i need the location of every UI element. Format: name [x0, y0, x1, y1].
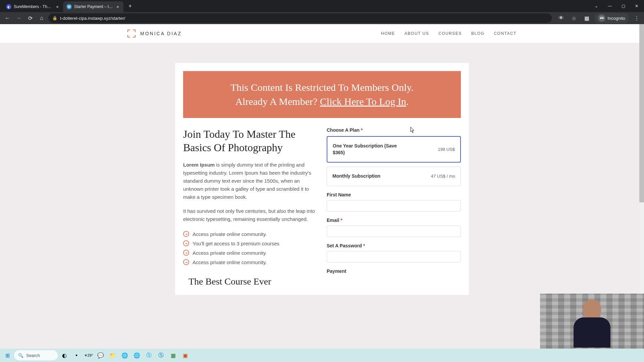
logo-mark-icon: [127, 29, 136, 38]
arrow-circle-icon: ➜: [183, 240, 189, 246]
taskbar-app-icon[interactable]: Ⓢ: [156, 350, 166, 361]
feature-list: ➜Access private online community. ➜You'l…: [183, 229, 317, 267]
first-name-field[interactable]: [327, 200, 461, 212]
nav-home[interactable]: HOME: [381, 31, 395, 36]
intro-paragraph-2: It has survived not only five centuries,…: [183, 207, 317, 223]
incognito-label: Incognito: [607, 16, 625, 21]
nav-blog[interactable]: BLOG: [471, 31, 484, 36]
weather-widget[interactable]: ☀29°: [83, 350, 94, 361]
url-text: t-dotterel-cipa.instawp.xyz/starter/: [60, 16, 548, 21]
plan-label: Choose A Plan *: [327, 127, 461, 133]
scroll-thumb[interactable]: [639, 24, 644, 202]
eye-off-icon[interactable]: 👁: [556, 13, 566, 23]
chevron-down-icon[interactable]: ⌄: [590, 1, 602, 11]
list-item: ➜Access private online community.: [183, 248, 317, 257]
windows-taskbar: ⊞ 🔍 Search ◐ ▪ ☀29° 💬 📁 🌐 🌐 Ⓢ Ⓢ ▦ ▣: [0, 349, 644, 362]
edge-icon[interactable]: 🌐: [131, 350, 142, 361]
plan-option-yearly[interactable]: One Year Subscription (Save $365) 199 US…: [327, 136, 461, 163]
brand-name: MONICA DIAZ: [140, 31, 182, 36]
site-logo[interactable]: MONICA DIAZ: [127, 29, 182, 38]
restricted-banner: This Content Is Restricted To Members On…: [183, 71, 461, 118]
tab-starter-payment[interactable]: W Starter Payment – t-dotterel-cipa ×: [63, 1, 123, 12]
site-header: MONICA DIAZ HOME ABOUT US COURSES BLOG C…: [0, 24, 644, 43]
page-heading: Join Today To Master The Basics Of Photo…: [183, 127, 317, 154]
search-icon: 🔍: [18, 353, 23, 358]
toolbar-right: 👁 ☆ ▦ 🕶 Incognito ⋮: [554, 13, 641, 23]
main-nav: HOME ABOUT US COURSES BLOG CONTACT: [381, 31, 517, 36]
reload-button[interactable]: ⟳: [25, 13, 35, 23]
list-item: ➜Access private online community.: [183, 229, 317, 239]
start-button[interactable]: ⊞: [2, 350, 13, 361]
lock-icon: 🔒: [52, 16, 57, 20]
signup-form: Choose A Plan * One Year Subscription (S…: [327, 127, 461, 287]
intro-paragraph-1: Lorem Ipsum is simply dummy text of the …: [183, 161, 317, 201]
search-placeholder: Search: [26, 353, 40, 358]
banner-line1: This Content Is Restricted To Members On…: [230, 82, 414, 93]
taskbar-app-icon[interactable]: ▪: [71, 350, 82, 361]
skype-icon[interactable]: Ⓢ: [144, 350, 154, 361]
nav-about[interactable]: ABOUT US: [405, 31, 429, 36]
minimize-button[interactable]: —: [604, 1, 616, 11]
close-icon[interactable]: ×: [115, 4, 120, 9]
tab-suremembers[interactable]: ◐ SureMembers - The best membe ×: [3, 1, 63, 12]
login-link[interactable]: Click Here To Log In: [320, 96, 406, 107]
quote-heading: The Best Course Ever: [183, 276, 317, 287]
banner-line2-suffix: .: [406, 96, 409, 107]
browser-chrome: ◐ SureMembers - The best membe × W Start…: [0, 0, 644, 24]
taskbar-app-icon[interactable]: 💬: [95, 350, 106, 361]
nav-courses[interactable]: COURSES: [438, 31, 462, 36]
close-window-button[interactable]: ✕: [631, 1, 643, 11]
bookmark-icon[interactable]: ☆: [569, 13, 579, 23]
address-bar[interactable]: 🔒 t-dotterel-cipa.instawp.xyz/starter/: [48, 13, 552, 23]
first-name-label: First Name: [327, 192, 461, 197]
plan-name: One Year Subscription (Save $365): [333, 143, 400, 156]
email-field[interactable]: [327, 226, 461, 237]
new-tab-button[interactable]: +: [125, 1, 135, 11]
maximize-button[interactable]: ▢: [617, 1, 629, 11]
password-label: Set A Password *: [327, 243, 461, 248]
content-row: Join Today To Master The Basics Of Photo…: [183, 127, 461, 287]
incognito-icon: 🕶: [598, 14, 605, 22]
task-view-icon[interactable]: ◐: [59, 350, 70, 361]
chrome-icon[interactable]: 🌐: [119, 350, 130, 361]
email-label: Email *: [327, 218, 461, 223]
left-column: Join Today To Master The Basics Of Photo…: [183, 127, 317, 287]
list-item: ➜You'll get access to 3 premium courses: [183, 239, 317, 248]
plan-name: Monthly Subscription: [332, 173, 380, 180]
presenter-silhouette: [572, 299, 612, 349]
favicon-icon: ◐: [6, 4, 11, 9]
back-button[interactable]: ←: [3, 13, 12, 23]
browser-toolbar: ← → ⟳ ⌂ 🔒 t-dotterel-cipa.instawp.xyz/st…: [0, 12, 644, 24]
tab-title: SureMembers - The best membe: [14, 4, 53, 9]
mouse-cursor: [410, 127, 415, 133]
menu-icon[interactable]: ⋮: [632, 13, 641, 23]
tab-title: Starter Payment – t-dotterel-cipa: [74, 4, 113, 9]
file-explorer-icon[interactable]: 📁: [107, 350, 118, 361]
taskbar-search[interactable]: 🔍 Search: [14, 350, 58, 360]
home-button[interactable]: ⌂: [37, 13, 46, 23]
banner-line2-prefix: Already A Member?: [235, 96, 320, 107]
forward-button[interactable]: →: [14, 13, 23, 23]
extensions-icon[interactable]: ▦: [582, 13, 591, 23]
page-viewport: MONICA DIAZ HOME ABOUT US COURSES BLOG C…: [0, 24, 644, 349]
picture-in-picture[interactable]: [540, 294, 644, 349]
taskbar-app-icon[interactable]: ▦: [168, 350, 178, 361]
arrow-circle-icon: ➜: [183, 250, 189, 256]
incognito-badge[interactable]: 🕶 Incognito: [595, 13, 629, 23]
plan-option-monthly[interactable]: Monthly Subscription 47 US$ / mo: [327, 167, 461, 186]
window-controls: ⌄ — ▢ ✕: [590, 1, 644, 11]
arrow-circle-icon: ➜: [183, 231, 189, 237]
taskbar-app-icon[interactable]: ▣: [180, 350, 191, 361]
list-item: ➜Access private online community.: [183, 257, 317, 267]
close-icon[interactable]: ×: [55, 4, 60, 9]
password-field[interactable]: [327, 251, 461, 262]
page-card: This Content Is Restricted To Members On…: [175, 63, 469, 295]
plan-price: 199 US$: [438, 147, 455, 152]
plan-price: 47 US$ / mo: [431, 174, 455, 179]
favicon-icon: W: [66, 4, 72, 9]
payment-label: Payment: [327, 268, 461, 274]
tab-bar: ◐ SureMembers - The best membe × W Start…: [0, 0, 644, 12]
nav-contact[interactable]: CONTACT: [494, 31, 517, 36]
arrow-circle-icon: ➜: [183, 259, 189, 265]
